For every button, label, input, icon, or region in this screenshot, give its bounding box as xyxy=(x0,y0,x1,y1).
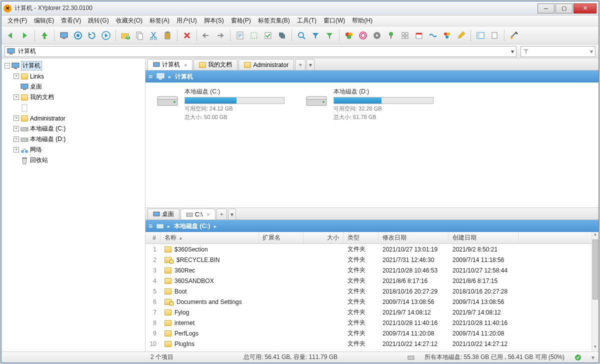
menu-scripts[interactable]: 脚本(S) xyxy=(201,16,227,26)
expand-icon[interactable]: + xyxy=(14,126,19,132)
tab-admin[interactable]: Administrator xyxy=(238,59,294,70)
table-row[interactable]: 7 Fylog 文件夹 2021/9/7 14:08:12 2021/9/7 1… xyxy=(146,307,592,318)
address-dropdown-icon[interactable]: ▾ xyxy=(511,48,514,55)
col-created[interactable]: 创建日期 xyxy=(448,232,518,244)
menu-file[interactable]: 文件(F) xyxy=(4,16,30,26)
filter2-icon[interactable] xyxy=(323,29,336,42)
menu-tags[interactable]: 标签(A) xyxy=(146,16,172,26)
undo-icon[interactable] xyxy=(200,29,213,42)
table-row[interactable]: 1 $360Section 文件夹 2021/10/27 13:01:19 20… xyxy=(146,244,592,254)
col-ext[interactable]: 扩展名 xyxy=(258,232,304,244)
tree-item[interactable]: +本地磁盘 (C:) xyxy=(2,124,145,134)
play-icon[interactable] xyxy=(100,29,112,42)
wave-icon[interactable] xyxy=(426,29,440,42)
expand-icon[interactable]: + xyxy=(14,94,19,100)
menu-help[interactable]: 帮助(H) xyxy=(349,16,376,26)
layout1-icon[interactable] xyxy=(474,29,487,42)
expand-icon[interactable] xyxy=(14,84,19,90)
table-row[interactable]: 9 PerfLogs 文件夹 2009/7/14 11:20:08 2009/7… xyxy=(146,328,592,338)
menu-user[interactable]: 用户(U) xyxy=(174,16,200,26)
close-button[interactable]: ✕ xyxy=(574,4,596,14)
tab-computer[interactable]: 计算机× xyxy=(148,59,192,70)
filter-icon[interactable] xyxy=(309,29,322,42)
tab-list-button[interactable]: ▾ xyxy=(228,208,236,220)
minimize-button[interactable]: ─ xyxy=(538,4,554,14)
tree-item[interactable]: +网络 xyxy=(2,144,145,155)
grid-icon[interactable] xyxy=(398,29,412,42)
menu-window[interactable]: 窗口(W) xyxy=(320,16,348,26)
menu-edit[interactable]: 编辑(E) xyxy=(31,16,57,26)
check-icon[interactable] xyxy=(262,29,274,42)
properties-icon[interactable] xyxy=(234,29,246,42)
table-row[interactable]: 2 $RECYCLE.BIN 文件夹 2021/7/31 12:46:30 20… xyxy=(146,254,592,265)
disc-icon[interactable] xyxy=(370,29,384,42)
tree-item[interactable]: 回收站 xyxy=(2,155,145,166)
chevron-right-icon[interactable]: ▸ xyxy=(168,74,171,80)
table-row[interactable]: 3 360Rec 文件夹 2021/10/28 10:46:53 2021/10… xyxy=(146,265,592,276)
hamburger-icon[interactable]: ≡ xyxy=(148,72,152,80)
spiral-icon[interactable] xyxy=(356,29,370,42)
col-num[interactable]: # xyxy=(146,232,160,244)
hamburger-icon[interactable]: ≡ xyxy=(148,222,152,230)
drive-item[interactable]: 本地磁盘 (D:) 可用空间: 32.28 GB 总大小: 61.78 GB xyxy=(304,88,434,121)
search-icon[interactable] xyxy=(295,29,308,42)
tree-item[interactable]: +我的文档 xyxy=(2,92,145,102)
col-type[interactable]: 类型 xyxy=(344,232,378,244)
color1-icon[interactable] xyxy=(342,29,356,42)
expand-icon[interactable]: + xyxy=(14,116,19,121)
tab-documents[interactable]: 我的文档 xyxy=(194,59,238,70)
tab-desktop[interactable]: 桌面 xyxy=(148,208,180,220)
pencil-icon[interactable] xyxy=(454,29,468,42)
table-row[interactable]: 6 Documents and Settings 文件夹 2009/7/14 1… xyxy=(146,296,592,307)
tree-item[interactable]: +本地磁盘 (D:) xyxy=(2,134,145,144)
tree-icon2[interactable] xyxy=(384,29,398,42)
settings-icon[interactable] xyxy=(508,29,520,42)
paste-icon[interactable] xyxy=(161,29,174,42)
back-button[interactable] xyxy=(4,29,18,42)
folder-tree[interactable]: − 计算机 +Links桌面+我的文档+Administrator+本地磁盘 (… xyxy=(2,58,146,352)
table-row[interactable]: 8 internet 文件夹 2021/10/28 11:40:16 2021/… xyxy=(146,318,592,328)
table-row[interactable]: 4 360SANDBOX 文件夹 2021/8/6 8:17:16 2021/8… xyxy=(146,276,592,286)
address-input[interactable]: 计算机 ▾ xyxy=(4,46,516,57)
menu-panes[interactable]: 窗格(P) xyxy=(228,16,254,26)
select-icon[interactable] xyxy=(248,29,260,42)
tree-item[interactable]: +Links xyxy=(2,71,145,82)
tab-close-icon[interactable]: × xyxy=(206,212,210,218)
chevron-right-icon[interactable]: ▸ xyxy=(168,224,170,229)
titlebar[interactable]: ✕ 计算机 - XYplorer 22.30.0100 ─ ▢ ✕ xyxy=(2,2,598,16)
file-list[interactable]: 1 $360Section 文件夹 2021/10/27 13:01:19 20… xyxy=(146,244,592,352)
menu-favorites[interactable]: 收藏夹(O) xyxy=(113,16,146,26)
chevron-right-icon[interactable]: ▸ xyxy=(214,224,216,229)
tab-close-icon[interactable]: × xyxy=(184,62,187,68)
monitor-icon[interactable] xyxy=(58,29,70,42)
tab-list-button[interactable]: ▾ xyxy=(306,59,314,70)
balls-icon[interactable] xyxy=(440,29,454,42)
status-dropdown-icon[interactable]: ▾ xyxy=(592,354,594,361)
expand-icon[interactable]: + xyxy=(14,136,19,142)
cut-icon[interactable] xyxy=(147,29,160,42)
filter-dropdown[interactable]: ▾ xyxy=(520,46,596,57)
col-name[interactable]: 名称▲ xyxy=(160,232,258,244)
drives-view[interactable]: 本地磁盘 (C:) 可用空间: 24.12 GB 总大小: 50.00 GB 本… xyxy=(146,82,598,208)
tree-item[interactable] xyxy=(2,102,145,113)
expand-icon[interactable] xyxy=(14,158,19,163)
calendar-icon[interactable] xyxy=(412,29,426,42)
tree-root[interactable]: − 计算机 xyxy=(2,60,145,71)
new-tab-button[interactable]: + xyxy=(216,208,227,220)
expand-icon[interactable] xyxy=(14,105,19,110)
tree-item[interactable]: +Administrator xyxy=(2,113,145,124)
tab-c-drive[interactable]: C:\× xyxy=(180,208,216,220)
redo-icon[interactable] xyxy=(214,29,227,42)
expand-icon[interactable]: + xyxy=(14,74,19,79)
pane-a-breadcrumb[interactable]: ≡ ▸ 计算机 xyxy=(146,70,598,82)
table-row[interactable]: 5 Boot 文件夹 2018/10/16 20:27:29 2018/10/1… xyxy=(146,286,592,296)
forward-button[interactable] xyxy=(18,29,32,42)
menu-tools[interactable]: 工具(T) xyxy=(294,16,320,26)
col-modified[interactable]: 修改日期 xyxy=(378,232,448,244)
menu-tabsets[interactable]: 标签页集(B) xyxy=(255,16,293,26)
table-row[interactable]: 10 PlugIns 文件夹 2021/10/22 14:27:12 2021/… xyxy=(146,338,592,349)
maximize-button[interactable]: ▢ xyxy=(556,4,572,14)
collapse-icon[interactable]: − xyxy=(4,63,10,68)
up-button[interactable] xyxy=(38,29,51,42)
menu-view[interactable]: 查看(V) xyxy=(58,16,84,26)
